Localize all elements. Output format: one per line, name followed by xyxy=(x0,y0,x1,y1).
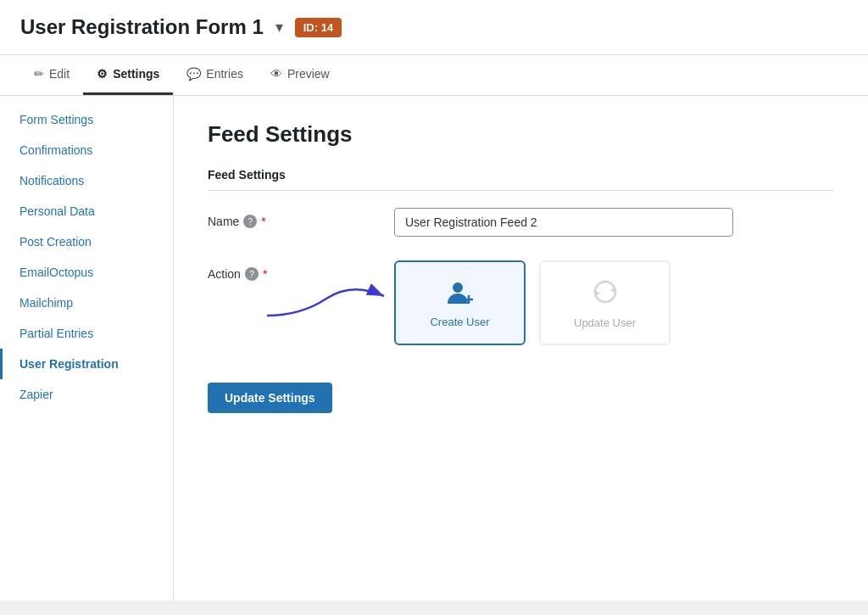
name-label: Name ? * xyxy=(208,208,394,228)
feed-settings-heading: Feed Settings xyxy=(208,121,834,148)
action-row: Action ? * xyxy=(208,260,834,345)
sidebar-item-email-octopus[interactable]: EmailOctopus xyxy=(0,257,173,288)
name-row: Name ? * xyxy=(208,208,834,237)
sidebar-item-post-creation[interactable]: Post Creation xyxy=(0,226,173,257)
preview-icon: 👁 xyxy=(270,67,282,81)
tab-edit[interactable]: ✏ Edit xyxy=(20,55,83,95)
dropdown-icon[interactable]: ▾ xyxy=(275,18,283,36)
sidebar-item-form-settings[interactable]: Form Settings xyxy=(0,104,173,135)
sidebar-item-mailchimp[interactable]: Mailchimp xyxy=(0,288,173,318)
content-area: Form Settings Confirmations Notification… xyxy=(0,96,868,601)
top-header: User Registration Form 1 ▾ ID: 14 xyxy=(0,0,868,55)
sidebar-item-confirmations[interactable]: Confirmations xyxy=(0,135,173,165)
name-control xyxy=(394,208,834,237)
action-update-user[interactable]: Update User xyxy=(539,260,670,345)
sidebar-item-personal-data[interactable]: Personal Data xyxy=(0,196,173,226)
tab-settings-label: Settings xyxy=(113,67,159,81)
tab-preview-label: Preview xyxy=(287,67,330,81)
tab-settings[interactable]: ⚙ Settings xyxy=(83,55,173,95)
arrow-svg xyxy=(259,269,390,324)
action-options-wrapper: Create User xyxy=(394,260,834,345)
svg-marker-5 xyxy=(595,290,600,296)
sidebar-item-notifications[interactable]: Notifications xyxy=(0,165,173,196)
id-badge: ID: 14 xyxy=(295,18,342,37)
section-label: Feed Settings xyxy=(208,168,834,191)
sidebar-item-zapier[interactable]: Zapier xyxy=(0,379,173,410)
update-settings-button[interactable]: Update Settings xyxy=(208,383,332,413)
update-user-icon xyxy=(590,277,620,310)
name-input[interactable] xyxy=(394,208,733,237)
tab-bar: ✏ Edit ⚙ Settings 💬 Entries 👁 Preview xyxy=(0,55,868,96)
tab-edit-label: Edit xyxy=(49,67,70,81)
action-control: Create User xyxy=(394,260,834,345)
create-user-icon xyxy=(445,278,476,309)
sidebar-item-partial-entries[interactable]: Partial Entries xyxy=(0,318,173,349)
entries-icon: 💬 xyxy=(186,67,201,81)
page-title: User Registration Form 1 xyxy=(20,15,264,39)
update-user-label: Update User xyxy=(574,316,636,329)
main-content: Feed Settings Feed Settings Name ? * Act… xyxy=(174,96,868,601)
tab-entries-label: Entries xyxy=(206,67,243,81)
action-options: Create User xyxy=(394,260,670,345)
sidebar-item-user-registration[interactable]: User Registration xyxy=(0,349,173,379)
settings-icon: ⚙ xyxy=(97,67,108,81)
page-wrapper: User Registration Form 1 ▾ ID: 14 ✏ Edit… xyxy=(0,0,868,615)
action-help-icon[interactable]: ? xyxy=(245,267,259,281)
name-required-star: * xyxy=(261,215,265,228)
arrow-annotation xyxy=(259,269,390,327)
create-user-label: Create User xyxy=(430,316,489,328)
tab-entries[interactable]: 💬 Entries xyxy=(173,55,257,95)
svg-marker-4 xyxy=(610,288,615,294)
sidebar: Form Settings Confirmations Notification… xyxy=(0,96,174,601)
tab-preview[interactable]: 👁 Preview xyxy=(257,55,343,95)
name-help-icon[interactable]: ? xyxy=(243,215,257,228)
action-create-user[interactable]: Create User xyxy=(394,260,526,345)
svg-point-1 xyxy=(453,282,463,293)
edit-icon: ✏ xyxy=(34,67,44,81)
